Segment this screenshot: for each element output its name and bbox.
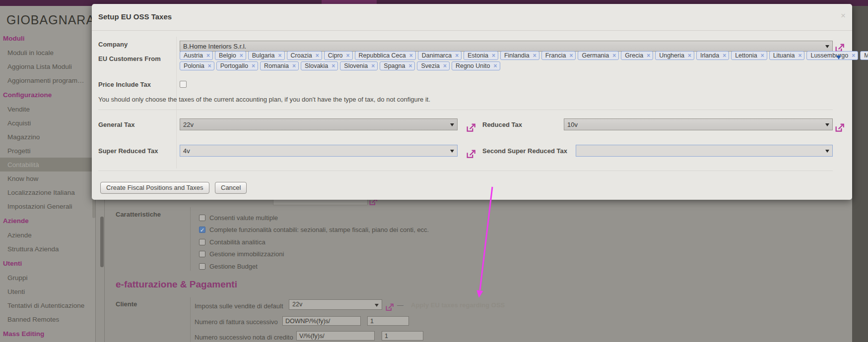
close-icon[interactable]: ×: [841, 11, 846, 20]
reduced-tax-select[interactable]: 10v: [564, 118, 833, 130]
invoice-number-input[interactable]: 1: [367, 316, 409, 326]
dropdown-caret-icon: [825, 150, 829, 153]
country-tag-ungheria: Ungheria×: [655, 51, 694, 60]
sidebar-item-banned-remotes[interactable]: Banned Remotes: [0, 312, 96, 326]
next-invoice-number-label: Numero di fattura successivo: [195, 318, 278, 326]
tags-dropdown-caret-icon[interactable]: [836, 56, 841, 59]
sidebar-item-tentativi-di-autenticazione[interactable]: Tentativi di Autenticazione: [0, 298, 96, 312]
remove-tag-icon[interactable]: ×: [409, 53, 413, 58]
country-tag-label: Finlandia: [504, 52, 530, 59]
sidebar-nav: ModuliModuli in localeAggiorna Lista Mod…: [0, 31, 96, 341]
remove-tag-icon[interactable]: ×: [455, 53, 459, 58]
dropdown-caret-icon: [375, 304, 379, 307]
second-super-reduced-tax-select[interactable]: [576, 145, 833, 157]
country-tag-label: Austria: [184, 52, 203, 59]
create-fiscal-positions-button[interactable]: Create Fiscal Positions and Taxes: [100, 182, 209, 194]
apply-eu-taxes-note: Apply EU taxes regarding OSS: [411, 301, 505, 309]
remove-tag-icon[interactable]: ×: [206, 53, 210, 58]
country-tag-label: Bulgaria: [252, 52, 275, 59]
second-super-reduced-tax-label: Second Super Reduced Tax: [482, 147, 567, 155]
feature-label: Gestione immobilizzazioni: [209, 250, 284, 258]
sidebar-item-gruppi[interactable]: Gruppi: [0, 271, 96, 285]
remove-tag-icon[interactable]: ×: [612, 53, 616, 58]
country-tag-regno-unito: Regno Unito×: [452, 61, 500, 70]
country-tag-label: Lettonia: [735, 52, 757, 59]
remove-tag-icon[interactable]: ×: [408, 63, 412, 69]
remove-tag-icon[interactable]: ×: [688, 53, 691, 58]
form-divider: [190, 297, 191, 342]
remove-tag-icon[interactable]: ×: [852, 53, 855, 58]
checkbox-gestione-budget[interactable]: [199, 263, 205, 270]
remove-tag-icon[interactable]: ×: [761, 53, 764, 58]
sidebar-item-magazzino[interactable]: Magazzino: [0, 130, 96, 144]
remove-tag-icon[interactable]: ×: [647, 53, 650, 58]
feature-row: Gestione Budget: [199, 260, 646, 273]
sidebar-item-impostazioni-generali[interactable]: Impostazioni Generali: [0, 199, 96, 213]
feature-label: Consenti valute multiple: [209, 214, 278, 222]
external-link-icon[interactable]: [467, 123, 476, 132]
price-include-tax-checkbox[interactable]: [180, 81, 187, 88]
sidebar-item-vendite[interactable]: Vendite: [0, 102, 96, 116]
country-tag-label: Spagna: [384, 62, 405, 69]
credit-note-number-input[interactable]: 1: [382, 331, 423, 341]
cut-off-select[interactable]: [273, 200, 368, 205]
eu-customers-tags-field[interactable]: Austria×Belgio×Bulgaria×Croazia×Cipro×Re…: [180, 51, 833, 72]
country-tag-label: Francia: [545, 52, 566, 59]
remove-tag-icon[interactable]: ×: [252, 63, 255, 69]
sidebar-item-aziende[interactable]: Aziende: [0, 228, 96, 242]
checkbox-consenti-valute-multiple[interactable]: [199, 215, 205, 221]
sidebar-item-know-how[interactable]: Know how: [0, 171, 96, 185]
sidebar-item-moduli-in-locale[interactable]: Moduli in locale: [0, 46, 96, 59]
remove-tag-icon[interactable]: ×: [533, 53, 536, 58]
remove-tag-icon[interactable]: ×: [371, 63, 375, 69]
country-tag-grecia: Grecia×: [621, 51, 653, 60]
sidebar-item-acquisti[interactable]: Acquisti: [0, 116, 96, 130]
feature-label: Complete funzionalità contabili: seziona…: [209, 226, 429, 233]
sidebar-item-utenti[interactable]: Utenti: [0, 285, 96, 298]
sidebar-item-aggiornamenti-program[interactable]: Aggiornamenti program…: [0, 73, 96, 87]
tag-row: Polonia×Portogallo×Romania×Slovakia×Slov…: [180, 61, 833, 70]
remove-tag-icon[interactable]: ×: [278, 53, 282, 58]
cliente-label: Cliente: [116, 300, 137, 308]
checkbox-complete-funzionalit-contabili-sezionali-stampe-fiscali-piano-dei-conti-ecc[interactable]: ✓: [199, 227, 205, 233]
remove-tag-icon[interactable]: ×: [493, 63, 497, 69]
next-credit-note-label: Numero successivo nota di credito: [195, 334, 293, 341]
feature-row: Gestione immobilizzazioni: [199, 248, 646, 261]
cancel-button[interactable]: Cancel: [215, 182, 247, 194]
checkbox-contabilit-analitica[interactable]: [199, 239, 205, 245]
remove-tag-icon[interactable]: ×: [569, 53, 573, 58]
country-tag-malta: Malta×: [860, 51, 868, 60]
sidebar-item-progetti[interactable]: Progetti: [0, 144, 96, 158]
remove-tag-icon[interactable]: ×: [492, 53, 495, 58]
sidebar-item-struttura-azienda[interactable]: Struttura Azienda: [0, 242, 96, 256]
remove-tag-icon[interactable]: ×: [798, 53, 801, 58]
country-tag-label: Ungheria: [659, 52, 684, 59]
remove-tag-icon[interactable]: ×: [316, 53, 319, 58]
country-tag-label: Slovakia: [305, 62, 328, 69]
sidebar-item-aggiorna-lista-moduli[interactable]: Aggiorna Lista Moduli: [0, 59, 96, 73]
super-reduced-tax-select[interactable]: 4v: [180, 145, 458, 157]
company-select[interactable]: B.Home Interiors S.r.l.: [180, 41, 833, 52]
remove-tag-icon[interactable]: ×: [240, 53, 243, 58]
external-link-icon[interactable]: [467, 150, 476, 159]
external-link-icon[interactable]: [386, 303, 394, 311]
remove-tag-icon[interactable]: ×: [443, 63, 447, 69]
sidebar-item-contabilit[interactable]: Contabilità: [0, 158, 96, 171]
content-scrollbar-thumb[interactable]: [100, 217, 104, 267]
remove-tag-icon[interactable]: ×: [292, 63, 296, 69]
country-tag-polonia: Polonia×: [180, 61, 214, 70]
invoice-prefix-input[interactable]: DOWNP/%(fy)s/: [282, 316, 361, 326]
remove-tag-icon[interactable]: ×: [208, 63, 211, 69]
feature-row: Consenti valute multiple: [199, 212, 646, 224]
reduced-tax-label: Reduced Tax: [482, 121, 522, 128]
sidebar-section-moduli: Moduli: [0, 31, 96, 46]
sidebar-item-localizzazione-italiana[interactable]: Localizzazione Italiana: [0, 185, 96, 199]
remove-tag-icon[interactable]: ×: [723, 53, 726, 58]
remove-tag-icon[interactable]: ×: [346, 53, 350, 58]
credit-note-prefix-input[interactable]: V/%(fy)s/: [296, 331, 375, 341]
checkbox-gestione-immobilizzazioni[interactable]: [199, 251, 205, 257]
remove-tag-icon[interactable]: ×: [332, 63, 335, 69]
external-link-icon[interactable]: [835, 123, 845, 132]
default-sales-tax-select[interactable]: 22v: [289, 299, 382, 310]
general-tax-select[interactable]: 22v: [180, 118, 458, 130]
